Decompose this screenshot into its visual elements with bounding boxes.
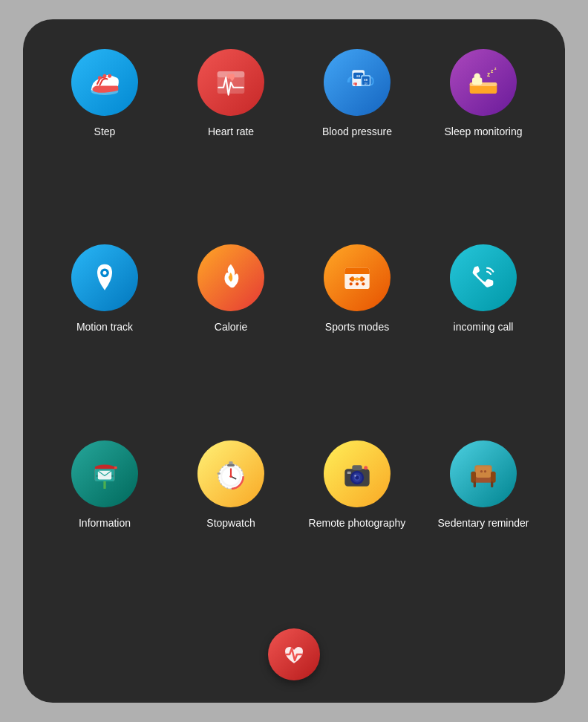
sports-modes-icon	[324, 244, 391, 311]
grid-item-information[interactable]: Information	[45, 440, 164, 614]
grid-item-step[interactable]: Step	[45, 49, 164, 222]
blood-pressure-icon: 88 120 88 120	[324, 49, 391, 116]
svg-point-1	[98, 76, 102, 79]
svg-rect-69	[474, 481, 476, 487]
remote-photography-label: Remote photography	[309, 516, 406, 530]
heart-rate-icon	[197, 49, 264, 116]
svg-text:z: z	[487, 71, 490, 78]
grid-item-calorie[interactable]: Calorie	[172, 244, 290, 417]
svg-rect-67	[471, 471, 476, 482]
heart-pulse-button[interactable]	[268, 628, 320, 680]
svg-point-29	[350, 283, 353, 286]
svg-text:z: z	[494, 66, 497, 71]
svg-point-2	[103, 74, 107, 78]
svg-rect-35	[103, 480, 105, 489]
svg-rect-34	[360, 277, 363, 282]
motion-track-label: Motion track	[76, 320, 133, 334]
calorie-label: Calorie	[215, 320, 247, 334]
heart-rate-label: Heart rate	[208, 125, 254, 138]
svg-point-17	[474, 74, 480, 79]
sedentary-reminder-label: Sedentary reminder	[438, 516, 529, 530]
svg-rect-50	[218, 472, 220, 475]
stopwatch-icon	[197, 440, 264, 507]
svg-point-64	[364, 466, 368, 469]
grid-item-blood-pressure[interactable]: 88 120 88 120 Blood pressure	[298, 49, 416, 222]
app-grid: Step Heart rate	[45, 49, 543, 614]
grid-item-heart-rate[interactable]: Heart rate	[172, 49, 290, 222]
svg-rect-71	[476, 466, 491, 478]
step-icon	[71, 49, 138, 116]
svg-point-54	[229, 475, 232, 477]
blood-pressure-label: Blood pressure	[322, 125, 392, 138]
svg-rect-32	[353, 278, 362, 280]
incoming-call-icon	[450, 244, 517, 311]
information-label: Information	[79, 516, 131, 530]
step-label: Step	[94, 125, 116, 138]
remote-photography-icon	[324, 440, 391, 507]
svg-point-3	[108, 74, 111, 78]
svg-rect-25	[344, 272, 369, 274]
incoming-call-label: incoming call	[454, 320, 514, 334]
stopwatch-label: Stopwatch	[206, 516, 255, 530]
svg-point-73	[484, 470, 486, 472]
device-container: Step Heart rate	[23, 19, 565, 703]
svg-rect-63	[347, 471, 351, 473]
grid-item-sleep[interactable]: z z z Sleep monitoring	[424, 49, 543, 222]
svg-text:z: z	[491, 68, 494, 74]
sleep-icon: z z z	[450, 49, 517, 116]
grid-item-stopwatch[interactable]: Stopwatch	[172, 440, 290, 614]
grid-item-sports-modes[interactable]: Sports modes	[298, 244, 416, 417]
svg-text:88: 88	[364, 78, 368, 82]
motion-track-icon	[71, 244, 138, 311]
svg-point-62	[354, 475, 356, 477]
sedentary-reminder-icon	[450, 440, 517, 507]
calorie-icon	[197, 244, 264, 311]
svg-text:120: 120	[356, 79, 361, 82]
grid-item-sedentary-reminder[interactable]: Sedentary reminder	[424, 440, 543, 614]
svg-rect-49	[227, 464, 235, 466]
svg-text:88: 88	[356, 74, 360, 78]
information-icon	[71, 440, 138, 507]
svg-rect-68	[491, 471, 496, 482]
grid-item-motion-track[interactable]: Motion track	[45, 244, 164, 417]
heart-pulse-icon	[281, 641, 307, 668]
svg-point-22	[103, 271, 107, 275]
svg-rect-70	[491, 481, 493, 487]
sleep-label: Sleep monitoring	[444, 125, 522, 138]
sports-modes-label: Sports modes	[325, 320, 389, 334]
grid-item-incoming-call[interactable]: incoming call	[424, 244, 543, 417]
svg-point-30	[356, 283, 359, 286]
grid-item-remote-photography[interactable]: Remote photography	[298, 440, 416, 614]
svg-point-31	[362, 283, 365, 286]
svg-rect-57	[352, 465, 362, 470]
svg-rect-33	[351, 277, 354, 282]
svg-point-72	[480, 470, 483, 472]
svg-text:120: 120	[364, 82, 368, 85]
